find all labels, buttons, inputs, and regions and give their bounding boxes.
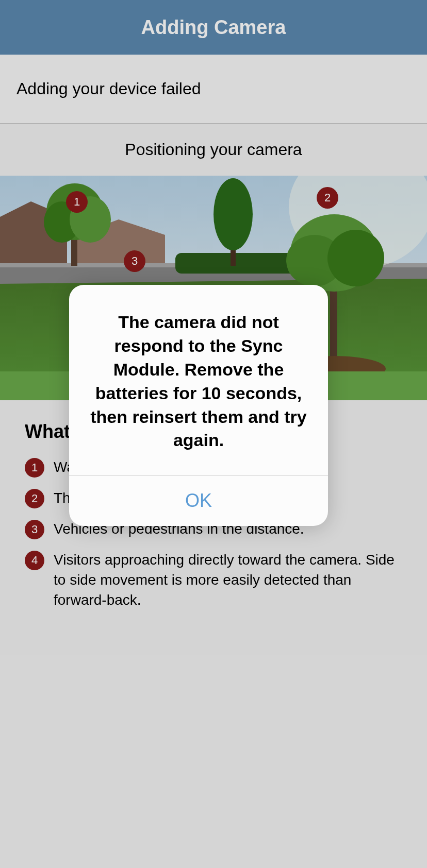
modal-overlay: The camera did not respond to the Sync M… — [0, 0, 427, 868]
alert-dialog: The camera did not respond to the Sync M… — [69, 285, 328, 526]
dialog-message: The camera did not respond to the Sync M… — [69, 285, 328, 475]
ok-button[interactable]: OK — [69, 475, 328, 526]
